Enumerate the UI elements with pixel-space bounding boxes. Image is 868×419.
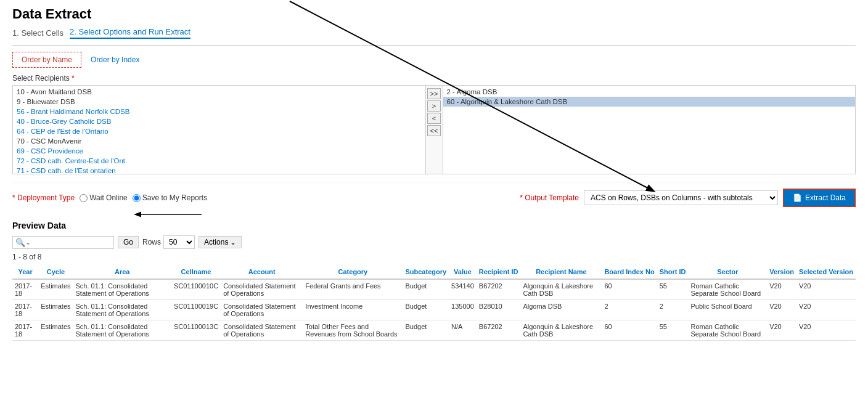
steps-nav: 1. Select Cells 2. Select Options and Ru… [12, 27, 856, 39]
cell-version: V20 [767, 300, 796, 320]
table-row: 2017-18 Estimates Sch. 01.1: Consolidate… [12, 320, 856, 341]
col-subcategory[interactable]: Subcategory [403, 265, 449, 279]
list-item[interactable]: 2 - Algoma DSB [443, 87, 856, 97]
cell-area: Sch. 01.1: Consolidated Statement of Ope… [73, 320, 171, 341]
col-cycle[interactable]: Cycle [38, 265, 73, 279]
preview-toolbar: 🔍 ⌄ Go Rows 50 25 100 Actions ⌄ [12, 235, 856, 249]
page-title: Data Extract [12, 6, 856, 22]
cell-category: Total Other Fees and Revenues from Schoo… [303, 320, 403, 341]
extract-icon: 📄 [793, 193, 802, 202]
extract-data-button[interactable]: 📄 Extract Data [783, 189, 856, 207]
cell-year: 2017-18 [12, 320, 38, 341]
col-board-index[interactable]: Board Index No [602, 265, 657, 279]
list-item[interactable]: 56 - Brant Haldimand Norfolk CDSB [13, 107, 425, 116]
move-left-btn[interactable]: < [427, 113, 441, 124]
tab-order-by-name[interactable]: Order by Name [12, 52, 81, 68]
step-2[interactable]: 2. Select Options and Run Extract [70, 27, 190, 39]
search-dropdown-arrow[interactable]: ⌄ [25, 238, 31, 246]
wait-online-radio[interactable] [80, 194, 88, 202]
list-item[interactable]: 72 - CSD cath. Centre-Est de l'Ont. [13, 156, 425, 166]
step-1[interactable]: 1. Select Cells [12, 28, 63, 38]
save-to-reports-option[interactable]: Save to My Reports [133, 193, 207, 202]
col-selected-version[interactable]: Selected Version [796, 265, 856, 279]
rows-group: Rows 50 25 100 [142, 235, 195, 249]
output-template-select[interactable]: ACS on Rows, DSBs on Columns - with subt… [584, 190, 778, 205]
actions-dropdown-icon: ⌄ [230, 238, 236, 246]
col-category[interactable]: Category [303, 265, 403, 279]
col-area[interactable]: Area [73, 265, 171, 279]
list-item[interactable]: 69 - CSC Providence [13, 146, 425, 156]
cell-account: Consolidated Statement of Operations [221, 320, 303, 341]
move-right-btn[interactable]: > [427, 100, 441, 112]
list-item[interactable]: 9 - Bluewater DSB [13, 97, 425, 107]
cell-recipient-name: Algoma DSB [520, 300, 602, 320]
save-reports-radio[interactable] [133, 194, 141, 202]
col-recipient-name[interactable]: Recipient Name [520, 265, 602, 279]
list-item[interactable]: 10 - Avon Maitland DSB [13, 87, 425, 97]
cell-year: 2017-18 [12, 279, 38, 300]
tab-order-by-index[interactable]: Order by Index [81, 52, 149, 68]
col-recipient-id[interactable]: Recipient ID [477, 265, 521, 279]
cell-value: N/A [449, 320, 477, 341]
list-item[interactable]: 70 - CSC MonAvenir [13, 136, 425, 146]
cell-subcategory: Budget [403, 300, 449, 320]
move-all-left-btn[interactable]: << [427, 125, 441, 136]
preview-table: Year Cycle Area Cellname Account Categor… [12, 265, 856, 341]
rows-select[interactable]: 50 25 100 [163, 235, 195, 249]
left-recipients-list[interactable]: 10 - Avon Maitland DSB 9 - Bluewater DSB… [13, 86, 426, 174]
search-input[interactable] [31, 238, 111, 246]
go-button[interactable]: Go [118, 236, 139, 248]
col-version[interactable]: Version [767, 265, 796, 279]
cell-value: 534140 [449, 279, 477, 300]
cell-account: Consolidated Statement of Operations [221, 279, 303, 300]
preview-title: Preview Data [12, 221, 856, 230]
col-cellname[interactable]: Cellname [171, 265, 221, 279]
list-item[interactable]: 64 - CEP de l'Est de l'Ontario [13, 126, 425, 136]
rows-label: Rows [142, 238, 161, 246]
list-item[interactable]: 40 - Bruce-Grey Catholic DSB [13, 116, 425, 126]
actions-button[interactable]: Actions ⌄ [199, 236, 242, 248]
cell-selected-version: V20 [796, 320, 856, 341]
cell-short-id: 55 [657, 279, 689, 300]
search-box[interactable]: 🔍 ⌄ [12, 236, 114, 249]
cell-recipient-id: B28010 [477, 300, 521, 320]
cell-version: V20 [767, 279, 796, 300]
cell-category: Investment Income [303, 300, 403, 320]
output-template-label: * Output Template [520, 193, 579, 202]
cell-year: 2017-18 [12, 300, 38, 320]
options-row: * Deployment Type Wait Online Save to My… [12, 182, 856, 213]
actions-label: Actions [204, 238, 228, 246]
deployment-label: * Deployment Type [12, 193, 75, 202]
cell-board-index: 60 [602, 279, 657, 300]
col-value[interactable]: Value [449, 265, 477, 279]
cell-subcategory: Budget [403, 279, 449, 300]
cell-sector: Roman Catholic Separate School Board [688, 320, 767, 341]
col-sector[interactable]: Sector [688, 265, 767, 279]
cell-short-id: 55 [657, 320, 689, 341]
right-recipients-list[interactable]: 2 - Algoma DSB 60 - Algonquin & Lakeshor… [443, 86, 856, 174]
cell-selected-version: V20 [796, 279, 856, 300]
recipients-label: Select Recipients * [12, 74, 856, 83]
col-account[interactable]: Account [221, 265, 303, 279]
deployment-group: * Deployment Type Wait Online Save to My… [12, 193, 207, 202]
cell-category: Federal Grants and Fees [303, 279, 403, 300]
cell-selected-version: V20 [796, 300, 856, 320]
record-count: 1 - 8 of 8 [12, 253, 856, 261]
wait-online-option[interactable]: Wait Online [80, 193, 128, 202]
list-item-selected[interactable]: 60 - Algonquin & Lakeshore Cath DSB [443, 97, 856, 107]
cell-recipient-name: Algonquin & Lakeshore Cath DSB [520, 279, 602, 300]
table-row: 2017-18 Estimates Sch. 01.1: Consolidate… [12, 279, 856, 300]
extract-btn-label: Extract Data [805, 193, 846, 202]
cell-cycle: Estimates [38, 320, 73, 341]
move-all-right-btn[interactable]: >> [427, 88, 441, 99]
cell-short-id: 2 [657, 300, 689, 320]
cell-cellname: SC01100010C [171, 279, 221, 300]
output-group: * Output Template ACS on Rows, DSBs on C… [520, 189, 856, 207]
col-short-id[interactable]: Short ID [657, 265, 689, 279]
cell-sector: Public School Board [688, 300, 767, 320]
search-icon[interactable]: 🔍 [15, 238, 25, 247]
cell-sector: Roman Catholic Separate School Board [688, 279, 767, 300]
list-item[interactable]: 71 - CSD cath. de l'Est ontarien [13, 166, 425, 174]
cell-version: V20 [767, 320, 796, 341]
col-year[interactable]: Year [12, 265, 38, 279]
